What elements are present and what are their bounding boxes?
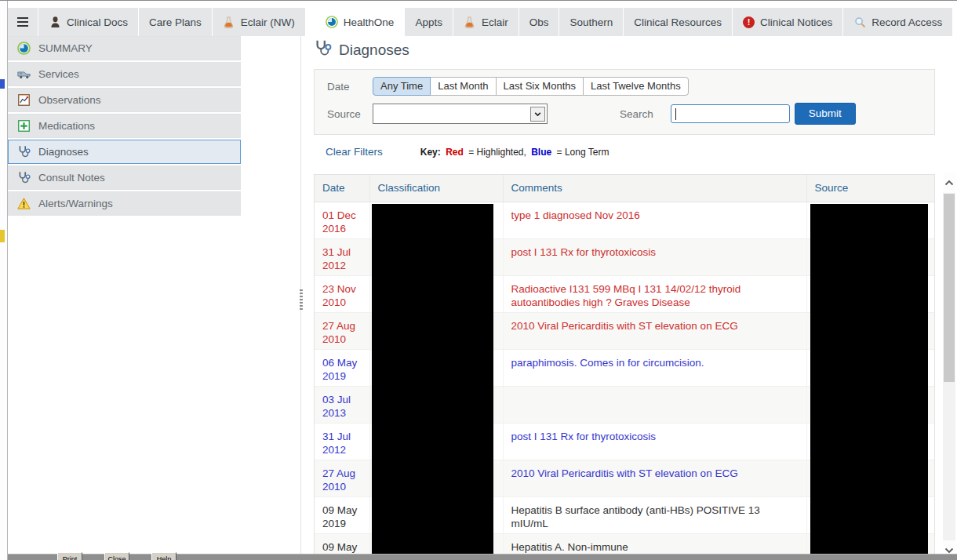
background-window-strip [8, 554, 957, 560]
tab-eclair[interactable]: Eclair [453, 8, 519, 36]
source-select[interactable] [373, 104, 548, 124]
stethoscope-icon [314, 39, 332, 61]
date-range-button-group: Any Time Last Month Last Six Months Last… [373, 77, 689, 96]
diagnosis-date: 31 Jul 2012 [315, 423, 369, 460]
chevron-up-icon [944, 180, 954, 186]
sidebar-item-label: Medications [38, 120, 95, 132]
diagnosis-date: 31 Jul 2012 [315, 238, 369, 275]
diagnosis-date: 01 Dec 2016 [315, 202, 369, 238]
diagnosis-date: 09 May 2019 [315, 496, 369, 533]
tab-healthone[interactable]: HealthOne [315, 8, 405, 36]
sidebar-item-summary[interactable]: SUMMARY [8, 36, 241, 60]
scrollbar-thumb[interactable] [944, 194, 955, 382]
flask-icon [223, 16, 235, 28]
person-icon [49, 16, 61, 28]
tab-eclair-nw[interactable]: Eclair (NW) [213, 8, 305, 36]
diagnosis-comment: paraphimosis. Comes in for circumcision. [503, 349, 806, 386]
sidebar-item-label: Services [38, 68, 79, 80]
sidebar-item-label: Observations [38, 94, 101, 106]
sidebar-item-label: Diagnoses [38, 146, 89, 158]
stethoscope-icon [17, 171, 31, 184]
warning-triangle-icon [17, 197, 31, 210]
column-header-classification[interactable]: Classification [369, 175, 503, 202]
healthone-window: Clinical Docs Care Plans Eclair (NW) Hea… [0, 0, 957, 560]
tab-label: Eclair (NW) [241, 16, 295, 28]
ambulance-icon [17, 67, 31, 81]
date-filter-label: Date [327, 81, 373, 93]
diagnosis-date: 23 Nov 2010 [315, 275, 369, 312]
sidebar-item-observations[interactable]: Observations [8, 88, 241, 112]
close-button[interactable]: Close [104, 552, 129, 560]
key-red-meaning: = Highlighted, [468, 147, 526, 158]
tab-label: Eclair [482, 16, 508, 28]
chevron-down-icon [944, 547, 954, 554]
date-option-last-month[interactable]: Last Month [430, 77, 496, 96]
tab-care-plans[interactable]: Care Plans [139, 8, 212, 36]
background-fragment [0, 230, 5, 242]
sidebar-item-diagnoses[interactable]: Diagnoses [8, 140, 241, 164]
diagnosis-comment: 2010 Viral Pericarditis with ST elevatio… [503, 312, 806, 349]
tab-label: Clinical Resources [634, 16, 722, 28]
tab-label: Southern [569, 16, 613, 28]
tab-clinical-resources[interactable]: Clinical Resources [624, 8, 732, 36]
filter-legend-row: Clear Filters Key: Red = Highlighted, Bl… [314, 146, 935, 158]
chart-icon [17, 93, 31, 107]
column-header-comments[interactable]: Comments [503, 175, 806, 202]
vertical-scrollbar[interactable] [943, 173, 955, 560]
diagnosis-date: 27 Aug 2010 [315, 460, 369, 496]
tab-appts[interactable]: Appts [405, 8, 453, 36]
flask-icon [464, 16, 476, 28]
page-title: Diagnoses [314, 39, 935, 61]
print-button[interactable]: Print [57, 552, 82, 560]
diagnosis-date: 03 Jul 2013 [315, 386, 369, 423]
key-label: Key: [420, 147, 441, 158]
diagnosis-date: 06 May 2019 [315, 349, 369, 386]
source-filter-label: Source [327, 108, 373, 120]
column-header-date[interactable]: Date [315, 175, 369, 202]
plus-icon [17, 119, 31, 133]
diagnosis-comment: post I 131 Rx for thyrotoxicosis [503, 238, 806, 275]
tab-southern[interactable]: Southern [559, 8, 623, 36]
sidebar-item-alerts-warnings[interactable]: Alerts/Warnings [8, 191, 241, 216]
sidebar-item-services[interactable]: Services [8, 62, 241, 86]
diagnosis-comment: Radioactive I131 599 MBq I 131 14/02/12 … [503, 275, 806, 312]
date-option-last-twelve-months[interactable]: Last Twelve Months [583, 77, 689, 96]
sidebar-item-medications[interactable]: Medications [8, 114, 241, 138]
hamburger-icon [17, 17, 28, 19]
sidebar-item-label: Consult Notes [38, 172, 105, 184]
menu-button[interactable] [8, 8, 38, 36]
diagnoses-table-container: Date Classification Comments Source 01 D… [314, 174, 935, 558]
diagnosis-comment: Hepatitis B surface antibody (anti-HBs) … [503, 496, 806, 533]
search-input[interactable] [671, 104, 790, 123]
scroll-up-button[interactable] [943, 173, 955, 193]
redacted-classification-block [372, 204, 493, 558]
magnifier-icon [853, 16, 866, 28]
clear-filters-link[interactable]: Clear Filters [326, 146, 383, 158]
panel-splitter-handle[interactable] [300, 289, 303, 311]
tab-record-access[interactable]: Record Access [843, 8, 952, 36]
column-header-source[interactable]: Source [806, 175, 934, 202]
tab-clinical-notices[interactable]: ! Clinical Notices [733, 8, 842, 36]
filter-panel: Date Any Time Last Month Last Six Months… [314, 69, 935, 135]
tab-label: Obs [529, 16, 549, 28]
tab-clinical-docs[interactable]: Clinical Docs [38, 8, 138, 36]
redacted-source-block [810, 204, 928, 558]
help-button[interactable]: Help [151, 552, 176, 560]
submit-button[interactable]: Submit [795, 103, 856, 125]
background-fragment [0, 79, 5, 89]
chevron-down-icon[interactable] [530, 107, 545, 122]
tab-label: Appts [415, 16, 442, 28]
healthone-logo-icon [326, 16, 338, 28]
diagnosis-comment [503, 386, 806, 423]
page-title-text: Diagnoses [339, 42, 409, 59]
diagnosis-comment: 2010 Viral Pericarditis with ST elevatio… [503, 460, 806, 496]
tab-obs[interactable]: Obs [519, 8, 559, 36]
key-blue-label: Blue [531, 147, 551, 158]
date-option-last-six-months[interactable]: Last Six Months [496, 77, 584, 96]
tab-label: Care Plans [149, 16, 202, 28]
sidebar-item-consult-notes[interactable]: Consult Notes [8, 165, 241, 190]
alert-badge-icon: ! [743, 16, 755, 28]
date-option-any-time[interactable]: Any Time [373, 77, 431, 96]
sidebar-nav: SUMMARY Services Observations Medication… [8, 36, 241, 217]
color-key-legend: Key: Red = Highlighted, Blue = Long Term [420, 147, 612, 158]
